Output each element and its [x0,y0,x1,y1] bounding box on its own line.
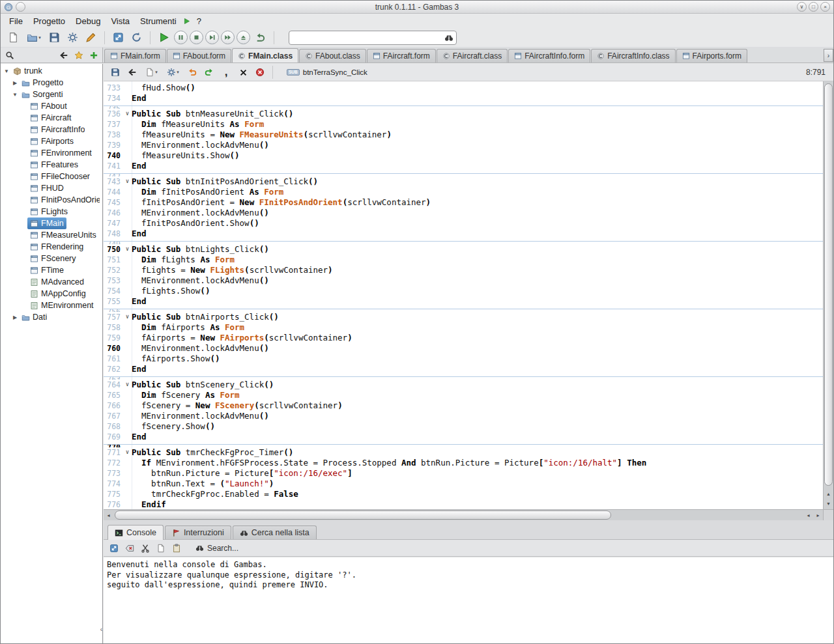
clear-console-button[interactable] [122,541,136,555]
collapse-arrow-icon[interactable]: ▼ [3,68,10,74]
menu-item-strumenti[interactable]: Strumenti [135,15,182,27]
redo-button[interactable] [201,65,217,80]
fold-arrow-icon[interactable]: ∨ [123,380,132,390]
code-line[interactable]: 771∨Public Sub tmrCheckFgProc_Timer() [104,447,823,458]
line-number[interactable]: 771 [104,447,123,458]
bottom-tab-console[interactable]: Console [108,525,164,540]
editor-tab-fmain-class[interactable]: FMain.class [232,48,298,63]
expand-arrow-icon[interactable]: ▶ [11,315,19,320]
line-number[interactable]: 736 [104,109,123,119]
line-number[interactable]: 734 [104,93,123,104]
copy-menu-button[interactable]: ▾ [141,65,162,80]
scroll-right-button[interactable]: ▸ [813,510,823,520]
tree-item-faircraftinfo[interactable]: FAircraftInfo [1,124,102,135]
line-number[interactable]: 773 [104,468,123,479]
line-number[interactable]: 761 [104,354,123,364]
code-line[interactable]: 769End [104,432,823,442]
editor-horizontal-scrollbar[interactable]: ◂ ◂ ▸ [104,509,823,520]
tree-item-ffeatures[interactable]: FFeatures [1,159,102,171]
clean-button[interactable] [235,65,251,80]
line-number[interactable]: 757 [104,312,123,322]
code-separator-line[interactable]: 763 [104,374,823,380]
run-button[interactable] [156,29,172,46]
code-line[interactable]: 745 fInitPosAndOrient = New FInitPosAndO… [104,197,823,208]
code-separator-line[interactable]: 735 [104,104,823,109]
code-line[interactable]: 734End [104,93,823,104]
console-output[interactable]: Benvenuti nella console di Gambas.Per vi… [104,557,833,643]
pause-button[interactable] [174,31,188,44]
code-separator-line[interactable]: 770 [104,442,823,447]
tree-item-faircraft[interactable]: FAircraft [1,112,102,124]
scrollbar-track[interactable] [113,510,803,520]
line-number[interactable]: 745 [104,197,123,208]
line-number[interactable]: 765 [104,390,123,400]
code-line[interactable]: 754 fLights.Show() [104,286,823,296]
line-number[interactable]: 763 [104,374,123,380]
bookmark-button[interactable] [72,48,85,62]
line-number[interactable]: 751 [104,255,123,265]
code-line[interactable]: 739 MEnvironment.lockAdvMenu() [104,140,823,150]
save-file-button[interactable] [108,65,123,80]
line-number[interactable]: 760 [104,343,123,354]
tree-item-ffilechooser[interactable]: FFileChooser [1,171,102,182]
code-line[interactable]: 738 fMeasureUnits = New FMeasureUnits(sc… [104,130,823,140]
code-line[interactable]: 764∨Public Sub btnScenery_Click() [104,380,823,390]
line-number[interactable]: 772 [104,458,123,468]
copy-button[interactable] [154,541,167,555]
filter-button[interactable] [3,48,16,62]
tree-item-progetto[interactable]: ▶Progetto [1,77,102,89]
resize-console-button[interactable] [107,541,121,555]
finish-button[interactable] [237,31,250,44]
line-number[interactable]: 775 [104,489,123,499]
code-line[interactable]: 772 If MEnvironment.hFGFSProcess.State =… [104,458,823,468]
menu-item-file[interactable]: File [4,15,28,27]
editor-tab-fmain-form[interactable]: FMain.form [104,49,166,63]
editor-tab-faircraftinfo-class[interactable]: FAircraftInfo.class [591,49,675,63]
code-line[interactable]: 762End [104,364,823,374]
menu-item-debug[interactable]: Debug [70,15,106,27]
new-project-button[interactable] [5,29,22,46]
line-number[interactable]: 739 [104,140,123,150]
code-separator-line[interactable]: 749 [104,239,823,244]
code-line[interactable]: 773 btnRun.Picture = Picture["icon:/16/e… [104,468,823,479]
line-number[interactable]: 742 [104,171,123,176]
code-line[interactable]: 775 tmrCheckFgProc.Enabled = False [104,489,823,499]
tree-item-fmain[interactable]: FMain [1,217,102,229]
editor-tab-fabout-class[interactable]: FAbout.class [299,49,366,63]
tools-menu-button[interactable]: ▾ [163,65,183,80]
close-button[interactable]: × [820,2,830,12]
line-number[interactable]: 735 [104,104,123,109]
bottom-tab-interruzioni[interactable]: Interruzioni [165,525,231,539]
line-number[interactable]: 766 [104,400,123,411]
line-number[interactable]: 774 [104,479,123,489]
code-line[interactable]: 744 Dim fInitPosAndOrient As Form [104,187,823,197]
cut-button[interactable] [138,541,152,555]
line-number[interactable]: 733 [104,83,123,93]
code-line[interactable]: 736∨Public Sub btnMeasureUnit_Click() [104,109,823,119]
code-line[interactable]: 741End [104,161,823,171]
line-number[interactable]: 737 [104,119,123,130]
line-number[interactable]: 746 [104,208,123,218]
back-button[interactable] [57,48,70,62]
code-line[interactable]: 750∨Public Sub btnLights_Click() [104,244,823,255]
tree-item-fscenery[interactable]: FScenery [1,253,102,264]
run-until-button[interactable] [252,29,268,46]
line-number[interactable]: 750 [104,244,123,255]
code-line[interactable]: 746 MEnvironment.lockAdvMenu() [104,208,823,218]
tree-item-madvanced[interactable]: MAdvanced [1,276,102,288]
save-project-button[interactable] [46,29,63,46]
stop-button[interactable] [190,31,203,44]
console-collapse-button[interactable]: ‹ [98,621,104,637]
scroll-left-button[interactable]: ◂ [104,510,113,520]
fold-arrow-icon[interactable]: ∨ [123,176,132,187]
code-line[interactable]: 760 MEnvironment.lockAdvMenu() [104,343,823,354]
editor-tab-faircraft-class[interactable]: FAircraft.class [437,49,508,63]
edit-button[interactable] [83,29,99,46]
tab-scroll-right-button[interactable]: › [824,49,833,62]
code-line[interactable]: 747 fInitPosAndOrient.Show() [104,218,823,229]
tree-item-ftime[interactable]: FTime [1,264,102,276]
code-line[interactable]: 733 fHud.Show() [104,83,823,93]
tree-item-finitposandorient[interactable]: FInitPosAndOrient [1,194,102,206]
code-line[interactable]: 748End [104,229,823,239]
code-line[interactable]: 751 Dim fLights As Form [104,255,823,265]
